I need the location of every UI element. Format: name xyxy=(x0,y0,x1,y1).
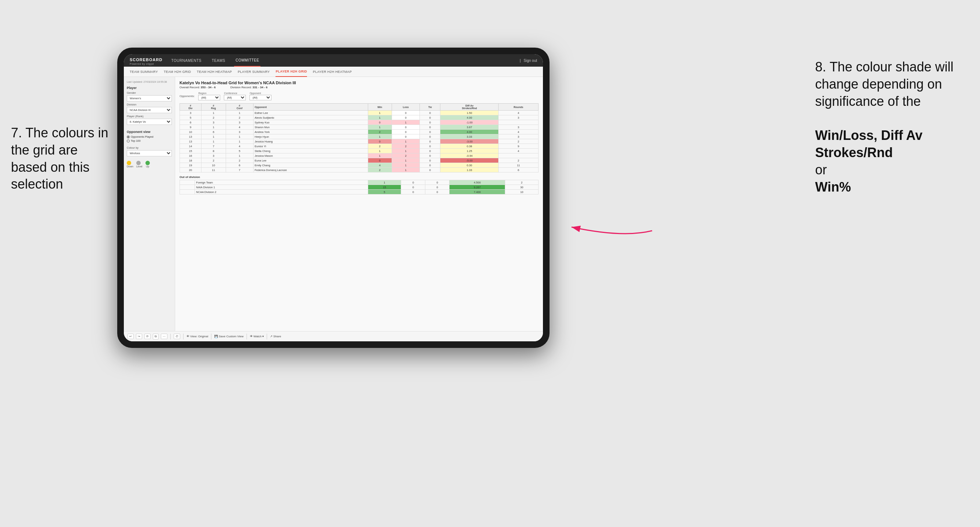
division-record: Division Record: 331 - 34 - 6 xyxy=(231,86,267,89)
sub-nav-player-h2h-grid[interactable]: PLAYER H2H GRID xyxy=(275,67,307,77)
cell-tie: 0 xyxy=(420,139,441,144)
cell-loss: 2 xyxy=(391,154,420,158)
cell-opponent: Stella Cheng xyxy=(253,149,368,154)
cell-opponent: Jessica Mason xyxy=(253,154,368,158)
logo-area: SCOREBOARD Powered by clippd xyxy=(130,56,162,65)
cell-conf: 3 xyxy=(226,130,253,134)
share-btn[interactable]: ↗ Share xyxy=(270,335,281,338)
cell-rounds: 3 xyxy=(499,134,539,139)
ood-cell-empty xyxy=(180,185,195,190)
table-row: 9 1 4 Sharon Mun 1 0 0 3.67 3 xyxy=(180,125,539,130)
cell-tie: 0 xyxy=(420,158,441,163)
cell-diff: -0.94 xyxy=(441,154,499,158)
radio-group-opponent: Opponents Played Top 100 xyxy=(127,135,172,143)
more-btn[interactable]: ⋯ xyxy=(161,333,167,339)
cell-loss: 0 xyxy=(391,134,420,139)
sidebar-player-title: Player xyxy=(127,86,172,90)
cell-diff: 4.00 xyxy=(441,130,499,134)
cell-diff: 1.33 xyxy=(441,168,499,173)
tablet-device: SCOREBOARD Powered by clippd TOURNAMENTS… xyxy=(117,48,549,348)
cell-rounds: 6 xyxy=(499,168,539,173)
watch-btn[interactable]: 👁 Watch ▾ xyxy=(250,335,264,338)
nav-tournaments[interactable]: TOURNAMENTS xyxy=(170,54,203,67)
cell-opponent: Emily Chang xyxy=(253,163,368,168)
cell-reg: 3 xyxy=(201,120,226,125)
cell-win: 0 xyxy=(368,120,391,125)
annotation-right: 8. The colour shade will change dependin… xyxy=(815,59,969,195)
cell-loss: 1 xyxy=(391,120,420,125)
ood-cell-loss: 0 xyxy=(401,180,425,185)
cell-diff: 1.25 xyxy=(441,149,499,154)
col-tie: Tie xyxy=(420,104,441,111)
colour-by-select[interactable]: Win/loss xyxy=(127,150,172,156)
cell-win: 4 xyxy=(368,163,391,168)
ood-cell-loss: 0 xyxy=(401,190,425,194)
undo-btn[interactable]: ↩ xyxy=(127,333,134,339)
cell-opponent: Federica Domecq Lacroze xyxy=(253,168,368,173)
conference-filter-label: Conference xyxy=(224,92,246,94)
save-icon: 💾 xyxy=(214,335,218,338)
sub-nav-team-summary[interactable]: TEAM SUMMARY xyxy=(130,67,158,77)
gender-select[interactable]: Women's xyxy=(127,95,172,102)
redo-btn[interactable]: ↪ xyxy=(136,333,142,339)
view-original-btn[interactable]: 👁 View: Original xyxy=(186,335,208,338)
cell-loss: 1 xyxy=(391,149,420,154)
radio-opponents-label: Opponents Played xyxy=(131,135,153,138)
cell-win: 2 xyxy=(368,168,391,173)
sub-nav-player-summary[interactable]: PLAYER SUMMARY xyxy=(238,67,270,77)
player-rank-select[interactable]: 8. Katelyn Vo xyxy=(127,119,172,125)
nav-committee[interactable]: COMMITTEE xyxy=(234,54,261,67)
table-row: 3 1 1 Esther Lee 1 0 0 1.50 4 xyxy=(180,111,539,115)
history-btn[interactable]: ⟳ xyxy=(144,333,151,339)
tablet-screen: SCOREBOARD Powered by clippd TOURNAMENTS… xyxy=(124,54,543,341)
cell-rounds: 4 xyxy=(499,149,539,154)
sub-nav-team-h2h-grid[interactable]: TEAM H2H GRID xyxy=(164,67,191,77)
sign-out-link[interactable]: Sign out xyxy=(523,59,537,63)
cell-win: 0 xyxy=(368,139,391,144)
sub-nav-team-h2h-heatmap[interactable]: TEAM H2H HEATMAP xyxy=(197,67,232,77)
cell-loss: 0 xyxy=(391,130,420,134)
filters-row: Opponents: Region (All) Conference (All) xyxy=(180,92,539,100)
watch-label: Watch xyxy=(253,335,262,338)
save-custom-view-btn[interactable]: 💾 Save Custom View xyxy=(214,335,243,338)
opponent-select[interactable]: (All) xyxy=(250,95,272,100)
cell-reg: 1 xyxy=(201,139,226,144)
annotation-or: or xyxy=(815,162,827,177)
cell-conf: 4 xyxy=(226,144,253,149)
ood-cell-rounds: 2 xyxy=(505,180,539,185)
cell-win: 1 xyxy=(368,111,391,115)
cell-opponent: Esther Lee xyxy=(253,111,368,115)
table-row: 18 2 2 Euna Lee 0 1 0 -5.00 2 xyxy=(180,158,539,163)
cell-div: 6 xyxy=(180,120,202,125)
nav-teams[interactable]: TEAMS xyxy=(210,54,227,67)
annotation-win-loss: Win/Loss, xyxy=(815,128,877,143)
ood-cell-rounds: 30 xyxy=(505,185,539,190)
cell-conf: 4 xyxy=(226,125,253,130)
cell-conf: 1 xyxy=(226,154,253,158)
ood-cell-diff: 4.500 xyxy=(450,180,505,185)
sidebar: Last Updated: 27/03/2024 16:55:38 Player… xyxy=(124,77,175,331)
cell-div: 20 xyxy=(180,168,202,173)
col-reg: #Reg xyxy=(201,104,226,111)
cell-reg: 1 xyxy=(201,134,226,139)
nav-separator: | xyxy=(520,59,521,63)
division-select[interactable]: NCAA Division III xyxy=(127,107,172,113)
grid-title: Katelyn Vo Head-to-Head Grid for Women's… xyxy=(180,81,539,85)
sub-nav-player-h2h-heatmap[interactable]: PLAYER H2H HEATMAP xyxy=(313,67,352,77)
cell-opponent: Andrea York xyxy=(253,130,368,134)
copy-btn[interactable]: ⧉ xyxy=(153,333,159,340)
clock-btn[interactable]: ⏱ xyxy=(173,333,180,339)
radio-top100-label: Top 100 xyxy=(131,139,141,143)
radio-opponents-played[interactable]: Opponents Played xyxy=(127,135,172,138)
radio-top100[interactable]: Top 100 xyxy=(127,139,172,143)
conference-select[interactable]: (All) xyxy=(224,95,246,100)
cell-loss: 1 xyxy=(391,139,420,144)
cell-div: 9 xyxy=(180,125,202,130)
region-select[interactable]: (All) xyxy=(198,95,220,100)
cell-tie: 0 xyxy=(420,163,441,168)
legend-down-dot xyxy=(127,161,131,165)
col-loss: Loss xyxy=(391,104,420,111)
ood-table-row: NCAA Division 2 5 0 0 7.400 10 xyxy=(180,190,539,194)
grid-area: Katelyn Vo Head-to-Head Grid for Women's… xyxy=(175,77,543,331)
cell-reg: 8 xyxy=(201,149,226,154)
